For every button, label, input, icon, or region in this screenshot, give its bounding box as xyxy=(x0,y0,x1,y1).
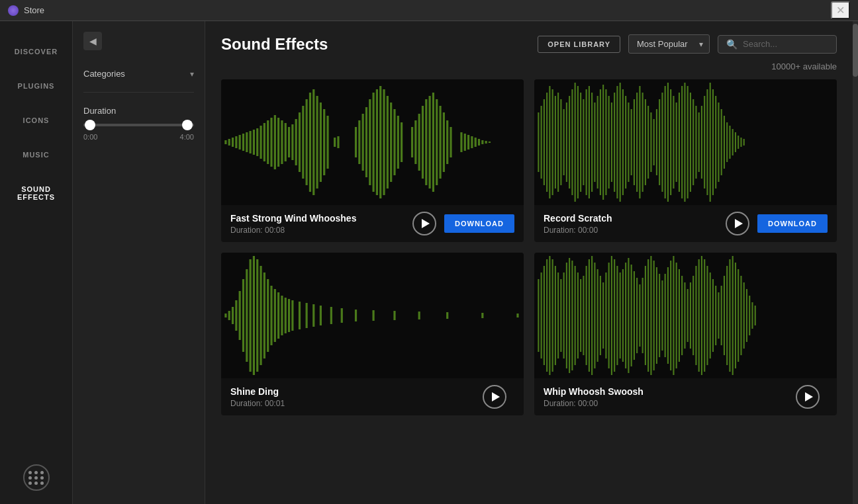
svg-rect-165 xyxy=(330,307,332,324)
svg-rect-230 xyxy=(695,266,696,365)
svg-rect-158 xyxy=(285,298,287,333)
svg-rect-19 xyxy=(291,124,293,160)
svg-rect-188 xyxy=(577,273,579,358)
svg-rect-229 xyxy=(692,276,694,355)
svg-rect-47 xyxy=(414,120,416,164)
play-icon-shine-ding xyxy=(492,392,500,401)
svg-rect-1 xyxy=(228,139,230,146)
sort-dropdown[interactable]: Most Popular Newest Alphabetical xyxy=(628,34,710,54)
svg-rect-168 xyxy=(373,310,375,321)
download-button-fast-wind[interactable]: DOWNLOAD xyxy=(444,214,514,233)
svg-rect-10 xyxy=(260,126,262,159)
categories-label: Categories xyxy=(83,69,125,79)
sound-effects-label: SOUND EFFECTS xyxy=(7,185,66,201)
play-button-record-scratch[interactable] xyxy=(726,212,749,235)
slider-thumb-max[interactable] xyxy=(182,120,193,130)
svg-rect-53 xyxy=(436,99,438,185)
collapse-panel-button[interactable]: ◀ xyxy=(83,32,102,50)
svg-rect-141 xyxy=(224,314,226,317)
svg-rect-101 xyxy=(634,99,635,185)
waveform-fast-wind xyxy=(221,79,524,205)
sidebar-item-icons[interactable]: ICONS xyxy=(0,103,72,138)
svg-rect-27 xyxy=(320,103,322,182)
sidebar-item-sound-effects[interactable]: SOUND EFFECTS xyxy=(0,172,72,214)
svg-rect-167 xyxy=(355,310,357,321)
svg-rect-103 xyxy=(639,86,640,198)
svg-rect-178 xyxy=(549,256,550,375)
svg-rect-213 xyxy=(647,259,649,372)
sidebar-item-music[interactable]: MUSIC xyxy=(0,138,72,172)
card-footer-record-scratch: Record Scratch Duration: 00:00 DOWNLOAD xyxy=(534,205,837,242)
svg-rect-48 xyxy=(418,114,420,171)
svg-rect-90 xyxy=(602,85,604,200)
svg-rect-156 xyxy=(277,292,279,339)
svg-rect-7 xyxy=(250,131,252,153)
play-icon-whip-whoosh xyxy=(805,392,813,401)
svg-rect-41 xyxy=(387,96,389,189)
svg-rect-166 xyxy=(341,308,343,323)
svg-rect-124 xyxy=(698,112,700,172)
sidebar-item-discover[interactable]: DISCOVER xyxy=(0,34,72,69)
svg-rect-180 xyxy=(555,266,556,365)
svg-rect-149 xyxy=(253,256,255,375)
svg-rect-127 xyxy=(706,89,708,195)
svg-rect-223 xyxy=(676,263,677,368)
search-input[interactable] xyxy=(743,39,828,49)
play-button-whip-whoosh[interactable] xyxy=(796,385,820,409)
sound-card-shine-ding: Shine Ding Duration: 00:01 xyxy=(221,253,524,415)
svg-rect-245 xyxy=(738,269,739,362)
svg-rect-244 xyxy=(735,263,736,368)
svg-rect-109 xyxy=(656,109,657,175)
nav-grid-button[interactable] xyxy=(23,464,50,491)
svg-rect-226 xyxy=(684,282,685,349)
svg-rect-208 xyxy=(634,271,635,360)
svg-rect-85 xyxy=(589,86,590,198)
svg-rect-145 xyxy=(239,291,241,340)
svg-rect-104 xyxy=(642,93,644,192)
svg-rect-22 xyxy=(302,106,304,179)
svg-rect-114 xyxy=(670,89,671,195)
svg-rect-190 xyxy=(583,276,584,355)
svg-rect-4 xyxy=(239,135,241,149)
open-library-button[interactable]: OPEN LIBRARY xyxy=(538,36,620,53)
svg-rect-194 xyxy=(594,263,595,368)
play-button-fast-wind[interactable] xyxy=(412,212,436,235)
svg-rect-24 xyxy=(309,93,311,192)
close-button[interactable]: ✕ xyxy=(831,1,850,19)
svg-rect-143 xyxy=(232,307,234,324)
sidebar-item-plugins[interactable]: PLUGINS xyxy=(0,69,72,103)
svg-rect-123 xyxy=(695,106,696,179)
svg-rect-234 xyxy=(706,266,708,365)
svg-rect-63 xyxy=(478,139,480,146)
svg-rect-175 xyxy=(541,273,542,358)
svg-rect-67 xyxy=(538,112,539,172)
svg-rect-76 xyxy=(563,109,565,175)
play-button-shine-ding[interactable] xyxy=(483,385,506,409)
svg-rect-116 xyxy=(676,103,677,182)
scrollbar-thumb[interactable] xyxy=(853,24,858,77)
svg-rect-122 xyxy=(692,99,694,185)
svg-rect-108 xyxy=(653,119,655,165)
svg-rect-224 xyxy=(679,269,680,362)
scrollbar-track[interactable] xyxy=(853,21,858,504)
svg-rect-13 xyxy=(270,118,272,167)
svg-rect-40 xyxy=(383,89,385,195)
download-button-record-scratch[interactable]: DOWNLOAD xyxy=(757,214,828,233)
svg-rect-51 xyxy=(429,96,431,189)
svg-rect-84 xyxy=(586,89,587,195)
card-title-fast-wind: Fast Strong Wind Whooshes xyxy=(230,213,405,224)
slider-thumb-min[interactable] xyxy=(85,120,95,130)
svg-rect-179 xyxy=(552,259,553,372)
svg-rect-18 xyxy=(288,127,290,157)
categories-header[interactable]: Categories ▾ xyxy=(83,69,194,79)
svg-rect-46 xyxy=(411,127,413,157)
svg-rect-169 xyxy=(393,311,395,320)
search-box[interactable]: 🔍 xyxy=(718,35,837,54)
svg-rect-137 xyxy=(735,132,736,152)
svg-rect-193 xyxy=(591,256,593,375)
svg-rect-185 xyxy=(569,258,570,373)
svg-rect-16 xyxy=(281,120,283,164)
svg-rect-100 xyxy=(631,109,632,175)
svg-rect-59 xyxy=(464,134,466,151)
slider-fill xyxy=(83,124,194,126)
